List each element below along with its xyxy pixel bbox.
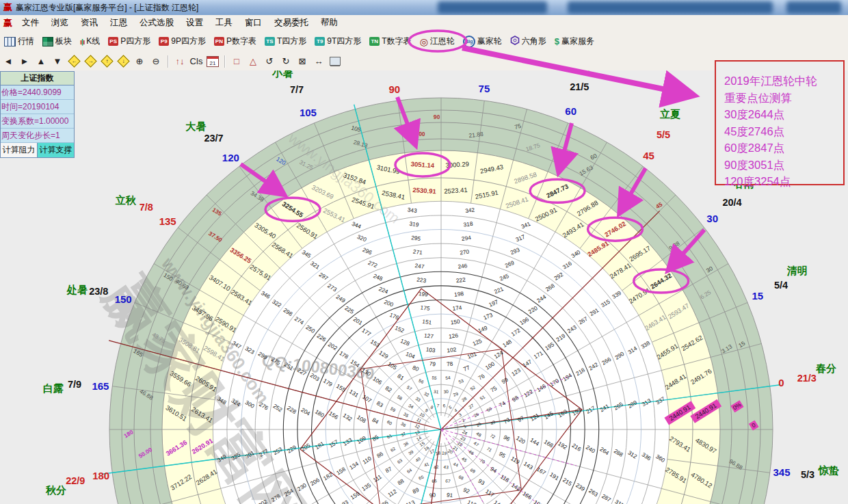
ring-value: 2593.47 [667, 302, 691, 321]
toolbar-button-P四方形[interactable]: PSP四方形 [104, 34, 155, 49]
spiral-number: 268 [544, 282, 556, 293]
rotate-cw-button[interactable]: ↻ [278, 54, 293, 69]
shift-down-button[interactable]: ↓ [116, 54, 131, 69]
spiral-number: 313 [641, 397, 652, 408]
menu-item-江恩[interactable]: 江恩 [104, 16, 133, 30]
triangle-tool-button[interactable]: △ [246, 54, 261, 69]
spiral-number: 71 [486, 446, 493, 453]
spiral-number: 151 [422, 318, 432, 326]
spiral-number: 127 [423, 332, 434, 340]
updown-axis-button[interactable]: ↑↓ [172, 54, 187, 69]
shift-up-button[interactable]: ↑ [99, 54, 114, 69]
spiral-number: 100 [484, 360, 496, 371]
spiral-number: 129 [378, 349, 390, 360]
wheel-outer-label: 立夏 [659, 108, 680, 120]
toolbar-button-9P四方形[interactable]: P99P四方形 [155, 34, 210, 49]
wheel-outer-label: 处暑 [66, 284, 88, 295]
toolbar-button-江恩轮[interactable]: ◎江恩轮 [416, 34, 459, 49]
spiral-number: 39 [408, 449, 414, 456]
ring-value: 3559.66 [169, 369, 193, 388]
boxed-x-button[interactable]: ⊠ [295, 54, 310, 69]
shift-right-button[interactable]: → [83, 54, 98, 69]
spiral-number: 216 [571, 442, 583, 453]
wheel-outer-label: 60 [565, 105, 577, 117]
menu-item-帮助[interactable]: 帮助 [315, 16, 344, 30]
spiral-number: 153 [369, 338, 381, 349]
calendar-button[interactable]: 21 [205, 54, 220, 69]
spiral-number: 131 [348, 388, 360, 399]
dollar-icon: $ [555, 36, 559, 47]
screen-button[interactable] [328, 54, 343, 69]
spiral-number: 66 [432, 478, 437, 483]
spiral-number: 178 [338, 349, 349, 360]
spiral-number: 109 [356, 434, 367, 445]
toolbar-button-赢家轮[interactable]: Big赢家轮 [459, 34, 506, 49]
move-tool-button[interactable]: ↔ [311, 54, 326, 69]
spiral-number: 206 [309, 476, 321, 487]
button-计算阻力[interactable]: 计算阻力 [1, 143, 38, 157]
ring-value: 2575.91 [248, 263, 272, 282]
shift-left-button[interactable]: ← [66, 54, 81, 69]
toolbar-button-赢家服务[interactable]: $赢家服务 [551, 34, 598, 49]
spiral-number: 76 [477, 372, 486, 382]
spiral-number: 347 [231, 339, 243, 350]
spiral-number: 297 [318, 271, 330, 282]
spiral-number: 277 [258, 447, 269, 458]
ring-value: 2440.91 [668, 403, 692, 423]
spiral-number: 219 [555, 332, 566, 343]
ring-value: 2455.91 [655, 342, 679, 361]
spiral-number: 135 [360, 481, 372, 492]
toolbar-button-K线[interactable]: ıļıK线 [76, 34, 104, 49]
toolbar-button-板块[interactable]: 板块 [38, 34, 76, 49]
up-button[interactable]: ▲ [34, 54, 49, 69]
toolbar-button-P数字表[interactable]: PNP数字表 [210, 34, 261, 49]
menu-item-文件[interactable]: 文件 [16, 16, 45, 30]
menu-item-公式选股[interactable]: 公式选股 [133, 16, 180, 30]
toolbar-button-六角形[interactable]: 六角形 [506, 34, 551, 49]
spiral-number: 159 [349, 490, 361, 501]
menu-item-窗口[interactable]: 窗口 [239, 16, 268, 30]
ring-value: 2493.41 [561, 220, 585, 239]
rotate-ccw-button[interactable]: ↺ [262, 54, 277, 69]
spiral-number: 3 [458, 412, 462, 417]
spiral-number: 128 [399, 337, 411, 347]
spiral-number: 271 [412, 248, 423, 256]
menu-item-浏览[interactable]: 浏览 [45, 16, 75, 30]
toolbar-button-T数字表[interactable]: TNT数字表 [365, 34, 415, 49]
ring-value: 180 [122, 428, 135, 439]
spiral-number: 266 [600, 356, 612, 367]
spiral-number: 31 [434, 389, 439, 395]
spiral-number: 221 [493, 285, 505, 295]
next-button[interactable]: ► [17, 54, 32, 69]
zoom-in-button[interactable]: ⊕ [132, 54, 147, 69]
wheel-outer-label: 20/4 [722, 197, 741, 208]
square-tool-button[interactable]: □ [229, 54, 244, 69]
toolbar-button-T四方形[interactable]: TST四方形 [261, 34, 310, 49]
spiral-number: 42 [434, 464, 439, 470]
toolbar-button-行情[interactable]: 行情 [0, 34, 38, 49]
wheel-outer-label: 白露 [43, 382, 64, 394]
cls-button[interactable]: Cls [189, 54, 204, 69]
ring-value: 4780.12 [689, 470, 713, 490]
ring-value: 2583.41 [230, 288, 254, 307]
spiral-number: 227 [296, 367, 308, 377]
menu-item-工具[interactable]: 工具 [209, 16, 239, 30]
button-计算支撑[interactable]: 计算支撑 [38, 143, 74, 157]
spiral-number: 86 [375, 450, 384, 460]
toolbar-button-9T四方形[interactable]: T99T四方形 [310, 34, 365, 49]
ring-value: 3051.14 [410, 160, 435, 169]
spiral-number: 252 [272, 403, 284, 414]
spiral-number: 78 [446, 360, 453, 367]
wheel-outer-label: 0 [778, 377, 784, 388]
down-button[interactable]: ▼ [50, 54, 65, 69]
zoom-out-button[interactable]: ⊖ [148, 54, 163, 69]
spiral-number: 20 [447, 449, 454, 455]
spiral-number: 158 [335, 466, 347, 477]
menu-item-交易委托[interactable]: 交易委托 [268, 16, 315, 30]
spiral-number: 63 [397, 457, 403, 464]
prev-button[interactable]: ◄ [1, 54, 16, 69]
menu-item-资讯[interactable]: 资讯 [75, 16, 104, 30]
title-bar: 赢 赢家江恩专业版[赢家服务平台] - [上证指数 江恩轮] [0, 0, 848, 16]
menu-item-设置[interactable]: 设置 [180, 16, 209, 30]
wheel-outer-label: 23/7 [204, 133, 223, 144]
